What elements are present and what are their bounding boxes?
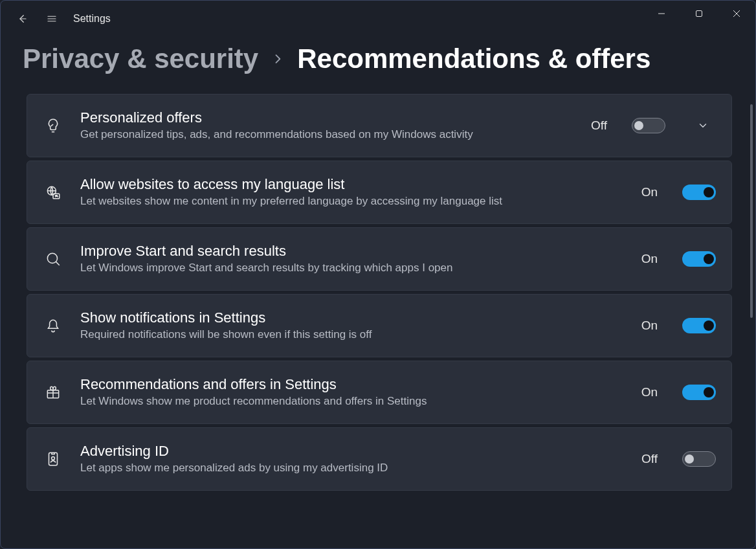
- expand-button[interactable]: [690, 113, 716, 139]
- maximize-button[interactable]: [680, 1, 718, 27]
- setting-card[interactable]: Personalized offersGet personalized tips…: [27, 94, 732, 157]
- toggle-switch[interactable]: [682, 318, 716, 333]
- setting-card[interactable]: Advertising IDLet apps show me personali…: [27, 427, 732, 491]
- menu-button[interactable]: [37, 1, 67, 37]
- setting-text: Show notifications in SettingsRequired n…: [80, 309, 625, 341]
- toggle-switch[interactable]: [682, 251, 716, 267]
- window-controls: [643, 1, 755, 27]
- setting-title: Improve Start and search results: [80, 243, 625, 260]
- minimize-icon: [658, 10, 665, 17]
- setting-card[interactable]: Improve Start and search resultsLet Wind…: [27, 227, 732, 291]
- lightbulb-icon: [43, 115, 63, 136]
- scrollbar[interactable]: [750, 104, 753, 318]
- toggle-switch[interactable]: [682, 385, 716, 400]
- setting-card[interactable]: Recommendations and offers in SettingsLe…: [27, 361, 732, 424]
- chevron-down-icon: [697, 120, 709, 131]
- app-title: Settings: [73, 13, 111, 25]
- setting-description: Required notifications will be shown eve…: [80, 328, 625, 341]
- globe-language-icon: [43, 182, 63, 203]
- hamburger-icon: [46, 13, 58, 25]
- setting-text: Improve Start and search resultsLet Wind…: [80, 243, 625, 274]
- search-icon: [43, 249, 63, 269]
- bell-icon: [43, 315, 63, 336]
- close-button[interactable]: [718, 1, 755, 27]
- setting-description: Let websites show me content in my prefe…: [80, 194, 625, 208]
- setting-title: Advertising ID: [80, 443, 625, 460]
- setting-title: Recommendations and offers in Settings: [80, 376, 625, 393]
- id-badge-icon: [43, 449, 63, 469]
- setting-description: Get personalized tips, ads, and recommen…: [80, 128, 574, 141]
- toggle-state-label: Off: [591, 118, 607, 133]
- breadcrumb-current: Recommendations & offers: [297, 43, 650, 74]
- toggle-state-label: Off: [641, 452, 658, 466]
- setting-card[interactable]: Show notifications in SettingsRequired n…: [27, 294, 732, 357]
- setting-title: Allow websites to access my language lis…: [80, 176, 625, 193]
- toggle-state-label: On: [641, 185, 658, 199]
- maximize-icon: [695, 10, 703, 17]
- minimize-button[interactable]: [643, 1, 680, 27]
- setting-title: Show notifications in Settings: [80, 309, 625, 326]
- setting-title: Personalized offers: [80, 109, 574, 126]
- svg-rect-0: [696, 11, 702, 17]
- arrow-left-icon: [16, 13, 28, 25]
- setting-description: Let Windows show me product recommendati…: [80, 394, 625, 408]
- toggle-switch[interactable]: [682, 185, 716, 200]
- toggle-switch[interactable]: [632, 118, 665, 133]
- setting-description: Let apps show me personalized ads by usi…: [80, 461, 625, 475]
- toggle-state-label: On: [641, 319, 658, 333]
- chevron-right-icon: [271, 52, 284, 65]
- setting-text: Personalized offersGet personalized tips…: [80, 109, 574, 141]
- settings-list: Personalized offersGet personalized tips…: [1, 94, 755, 541]
- breadcrumb: Privacy & security Recommendations & off…: [1, 37, 755, 94]
- toggle-state-label: On: [641, 252, 658, 266]
- setting-card[interactable]: Allow websites to access my language lis…: [27, 161, 732, 224]
- close-icon: [733, 10, 740, 17]
- setting-text: Allow websites to access my language lis…: [80, 176, 625, 208]
- back-button[interactable]: [7, 1, 37, 37]
- toggle-switch[interactable]: [682, 451, 716, 467]
- setting-description: Let Windows improve Start and search res…: [80, 261, 625, 274]
- setting-text: Advertising IDLet apps show me personali…: [80, 443, 625, 475]
- toggle-state-label: On: [641, 385, 658, 399]
- gift-icon: [43, 382, 63, 403]
- setting-text: Recommendations and offers in SettingsLe…: [80, 376, 625, 408]
- breadcrumb-parent[interactable]: Privacy & security: [23, 43, 258, 74]
